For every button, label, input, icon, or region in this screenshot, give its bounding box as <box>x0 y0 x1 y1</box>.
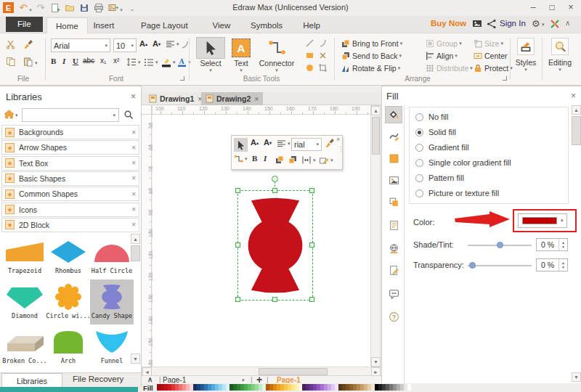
panel-scroll-thumb[interactable] <box>572 116 581 145</box>
panel-scroll-down[interactable]: ▼ <box>572 372 581 382</box>
freehand-tool-icon[interactable] <box>318 51 328 60</box>
radio-label-single-color-gradient-fill[interactable]: Single color gradient fill <box>428 158 511 167</box>
shade-tint-slider-handle[interactable] <box>497 242 503 248</box>
home-caret-icon[interactable]: ▾ <box>15 113 18 118</box>
transparency-slider-track[interactable] <box>468 265 532 266</box>
mini-decrease-font[interactable]: A▾ <box>264 138 272 147</box>
mini-format-painter-icon[interactable] <box>325 138 335 148</box>
mini-bring-front-icon[interactable] <box>275 155 284 164</box>
selection-handle-se[interactable] <box>309 297 314 302</box>
mini-spacing-icon[interactable]: ▾ <box>301 155 316 165</box>
radio-single-color-gradient-fill[interactable] <box>415 159 423 167</box>
shade-tint-spinner[interactable]: 0 %▲▼ <box>536 238 568 251</box>
arrange-dialog-launcher[interactable] <box>503 76 507 81</box>
subscript-button[interactable]: x₁ <box>100 57 106 65</box>
editing-button[interactable]: Editing ▾ <box>545 38 575 73</box>
copy-icon[interactable] <box>6 57 16 67</box>
mini-italic-button[interactable]: I <box>264 154 267 163</box>
doc-tab-close-icon[interactable]: × <box>254 94 259 103</box>
format-painter-icon[interactable] <box>23 39 33 49</box>
doc-tab-drawing2[interactable]: Drawing2× <box>201 92 263 105</box>
library-search-input[interactable]: ▾ <box>22 108 119 122</box>
arc-tool-icon[interactable] <box>318 38 328 48</box>
radio-label-picture-or-texture-fill[interactable]: Picture or texture fill <box>428 189 499 197</box>
radio-solid-fill[interactable] <box>415 128 423 136</box>
share-icon[interactable] <box>487 19 497 29</box>
menu-tab-help[interactable]: Help <box>294 17 329 33</box>
canvas-vscroll-thumb[interactable] <box>372 117 380 155</box>
buy-now-link[interactable]: Buy Now <box>431 19 466 28</box>
gallery-scroll-up[interactable]: ▲ <box>131 234 140 244</box>
radio-gradient-fill[interactable] <box>415 144 423 152</box>
radio-no-fill[interactable] <box>415 113 423 121</box>
shape-funnel[interactable]: Funnel <box>90 324 134 369</box>
community-icon[interactable] <box>550 19 560 29</box>
menu-tab-home[interactable]: Home <box>46 17 88 33</box>
selection-handle-ne[interactable] <box>309 188 314 193</box>
superscript-button[interactable]: x² <box>113 57 119 65</box>
collapse-ribbon-icon[interactable]: ∧ <box>565 19 570 27</box>
bold-button[interactable]: B <box>51 57 56 65</box>
menu-tab-view[interactable]: View <box>204 17 240 33</box>
selection-handle-w[interactable] <box>235 242 240 248</box>
arrange-center-button[interactable]: Center <box>474 49 513 62</box>
sign-in-link[interactable]: Sign In <box>500 19 526 28</box>
library-close-icon[interactable]: × <box>131 159 136 167</box>
mini-align-icon[interactable]: ▾ <box>277 139 290 148</box>
paste-icon[interactable] <box>23 57 33 67</box>
help-icon[interactable]: ? <box>386 309 402 324</box>
selection-handle-nw[interactable] <box>235 188 240 193</box>
transparency-slider-handle[interactable] <box>469 262 476 269</box>
arrange-align-button[interactable]: Align▾ <box>426 49 473 62</box>
hyperlink-icon[interactable] <box>386 240 402 256</box>
libraries-close-icon[interactable]: × <box>131 91 136 102</box>
selection-handle-s[interactable] <box>272 297 277 302</box>
arrange-protect-button[interactable]: Protect▾ <box>474 62 513 74</box>
library-item-2d-block[interactable]: ★2D Block× <box>1 218 139 232</box>
radio-label-solid-fill[interactable]: Solid fill <box>428 128 456 136</box>
fill-tab-icon[interactable] <box>386 107 402 123</box>
styles-button[interactable]: Styles ▾ <box>513 38 539 73</box>
doc-tab-drawing1[interactable]: Drawing1× <box>145 92 206 105</box>
library-item-icons[interactable]: ★Icons× <box>1 203 139 217</box>
increase-font-button[interactable]: A▴ <box>139 39 147 48</box>
menu-tab-page-layout[interactable]: Page Layout <box>132 17 197 33</box>
ellipse-tool-icon[interactable] <box>305 63 314 73</box>
shape-rhombus[interactable]: Rhombus <box>46 234 90 279</box>
mini-font-select[interactable]: rial▾ <box>291 138 322 151</box>
mini-bold-button[interactable]: B <box>252 154 257 163</box>
mini-style-icon[interactable]: ▾ <box>319 155 333 166</box>
note-icon[interactable] <box>386 262 402 278</box>
home-icon[interactable] <box>4 109 15 119</box>
settings-gear-icon[interactable]: ⚙ <box>532 18 540 29</box>
strikethrough-button[interactable]: abc <box>83 57 94 65</box>
mini-increase-font[interactable]: A▴ <box>251 138 259 147</box>
library-close-icon[interactable]: × <box>131 144 136 152</box>
search-caret-icon[interactable]: ▾ <box>113 113 115 118</box>
arrange-send-to-back-button[interactable]: Send to Back▾ <box>341 49 402 62</box>
shape-circle-wi[interactable]: Circle wi... <box>46 279 90 324</box>
transparency-spinner[interactable]: 0 %▲▼ <box>536 258 568 271</box>
library-close-icon[interactable]: × <box>131 205 136 213</box>
library-close-icon[interactable]: × <box>131 221 136 229</box>
shape-half-circle[interactable]: Half Circle <box>90 234 134 279</box>
canvas-scroll-down[interactable]: ▼ <box>371 357 381 367</box>
shadow-icon[interactable] <box>386 194 402 210</box>
highlight-color-icon[interactable]: ▾ <box>161 57 176 68</box>
library-item-backgrounds[interactable]: ★Backgrounds× <box>1 125 139 139</box>
canvas-scroll-up[interactable]: ▲ <box>371 106 381 115</box>
mini-send-back-icon[interactable] <box>288 155 297 164</box>
radio-pattern-fill[interactable] <box>415 174 423 182</box>
line-tool-icon[interactable] <box>305 38 314 48</box>
radio-label-pattern-fill[interactable]: Pattern fill <box>428 173 464 182</box>
document-properties-icon[interactable] <box>386 217 402 233</box>
shape-diamond[interactable]: Diamond <box>3 279 46 324</box>
radio-label-no-fill[interactable]: No fill <box>428 113 449 121</box>
library-close-icon[interactable]: × <box>131 174 136 182</box>
underline-button[interactable]: U <box>73 57 78 65</box>
font-dialog-launcher[interactable] <box>180 76 184 81</box>
tab-libraries[interactable]: Libraries <box>1 373 62 388</box>
menu-tab-symbols[interactable]: Symbols <box>242 17 291 33</box>
radio-label-gradient-fill[interactable]: Gradient fill <box>428 143 469 152</box>
page-select-caret-icon[interactable]: ▾ <box>242 377 245 383</box>
